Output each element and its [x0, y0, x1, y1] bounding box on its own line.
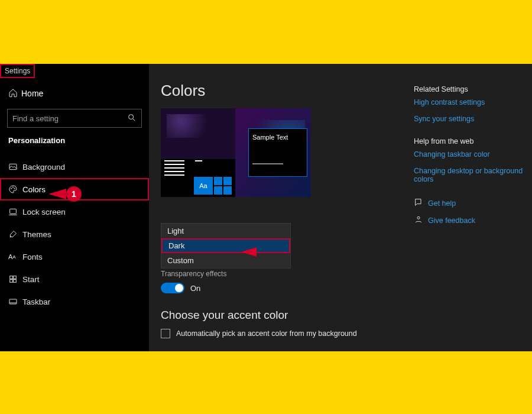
- taskbar-icon: [8, 297, 22, 306]
- link-get-help[interactable]: Get help: [428, 199, 456, 208]
- sidebar-item-taskbar[interactable]: Taskbar: [0, 290, 149, 313]
- sidebar-item-label: Lock screen: [22, 208, 66, 216]
- svg-rect-10: [10, 280, 13, 283]
- svg-rect-9: [14, 276, 17, 279]
- sidebar-item-label: Taskbar: [22, 297, 50, 306]
- sidebar-item-label: Fonts: [22, 253, 43, 261]
- auto-accent-checkbox[interactable]: [161, 329, 170, 338]
- palette-icon: [8, 185, 22, 194]
- color-mode-option-light[interactable]: Light: [161, 224, 290, 238]
- svg-point-3: [11, 188, 12, 189]
- link-sync-settings[interactable]: Sync your settings: [414, 115, 525, 123]
- link-give-feedback[interactable]: Give feedback: [428, 216, 475, 225]
- brush-icon: [8, 229, 22, 239]
- preview-desktop-left: Aa: [161, 108, 235, 197]
- transparency-toggle[interactable]: [161, 283, 184, 293]
- svg-rect-6: [10, 209, 17, 214]
- link-high-contrast[interactable]: High contrast settings: [414, 98, 525, 106]
- feedback-icon: [414, 215, 423, 226]
- related-settings-heading: Related Settings: [414, 85, 525, 93]
- svg-point-0: [129, 114, 134, 119]
- sidebar-item-label: Background: [22, 163, 65, 172]
- search-icon: [127, 113, 137, 124]
- settings-window: Settings ─ □ ✕ Home Find a setting Perso…: [0, 64, 532, 351]
- svg-point-4: [12, 187, 13, 187]
- font-icon: AA: [8, 253, 22, 260]
- svg-point-14: [417, 216, 420, 219]
- sidebar-item-colors[interactable]: Colors: [0, 178, 149, 200]
- window-title: Settings: [0, 64, 35, 78]
- color-mode-option-dark[interactable]: Dark: [161, 238, 290, 253]
- preview-aa-tile: Aa: [194, 177, 213, 195]
- sidebar-home-label: Home: [21, 89, 43, 98]
- lockscreen-icon: [8, 207, 22, 216]
- search-input[interactable]: Find a setting: [7, 109, 142, 128]
- preview-sample-text: Sample Text: [252, 134, 288, 141]
- svg-rect-11: [14, 280, 17, 283]
- svg-rect-8: [10, 276, 13, 279]
- sidebar-item-fonts[interactable]: AA Fonts: [0, 245, 149, 268]
- color-mode-dropdown[interactable]: Light Dark Custom: [161, 223, 291, 269]
- start-icon: [8, 274, 22, 284]
- svg-point-5: [14, 188, 15, 189]
- svg-line-1: [133, 119, 135, 121]
- auto-accent-label: Automatically pick an accent color from …: [176, 329, 357, 338]
- transparency-state: On: [190, 284, 200, 293]
- svg-rect-12: [9, 299, 17, 304]
- sidebar-item-background[interactable]: Background: [0, 156, 149, 178]
- sidebar-item-start[interactable]: Start: [0, 268, 149, 290]
- color-mode-option-custom[interactable]: Custom: [161, 253, 290, 268]
- sidebar-home[interactable]: Home: [0, 82, 149, 105]
- transparency-label: Transparency effects: [161, 270, 532, 278]
- help-heading: Help from the web: [414, 137, 525, 145]
- right-column: Related Settings High contrast settings …: [414, 85, 532, 226]
- sidebar-item-label: Colors: [22, 185, 46, 194]
- sidebar-section-title: Personalization: [0, 128, 149, 150]
- sidebar-item-label: Start: [22, 275, 40, 284]
- image-icon: [8, 162, 22, 172]
- link-desktop-colors[interactable]: Changing desktop or background colors: [414, 167, 525, 183]
- preview-sample-window: Sample Text: [248, 128, 307, 177]
- content-pane: Colors Aa Sample Text: [149, 64, 532, 351]
- help-icon: [414, 198, 423, 209]
- link-taskbar-color[interactable]: Changing taskbar color: [414, 150, 525, 159]
- home-icon: [8, 88, 21, 99]
- search-placeholder: Find a setting: [12, 114, 59, 123]
- sidebar-item-label: Themes: [22, 230, 51, 239]
- sidebar: Home Find a setting Personalization Back…: [0, 64, 149, 351]
- accent-color-heading: Choose your accent color: [161, 309, 532, 322]
- sidebar-item-lockscreen[interactable]: Lock screen: [0, 200, 149, 223]
- color-preview: Aa Sample Text: [161, 108, 311, 197]
- sidebar-item-themes[interactable]: Themes: [0, 223, 149, 245]
- sidebar-nav: Background Colors Lock screen: [0, 156, 149, 313]
